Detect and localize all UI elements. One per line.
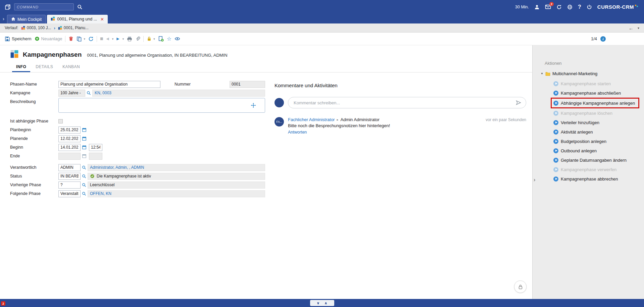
kampagne-lookup-icon[interactable] [87, 91, 91, 95]
verantwortlich-record-link[interactable]: Administrator, Admin, , ADMIN [90, 165, 144, 170]
favorite-star-icon[interactable]: ☆ [167, 36, 171, 42]
new-record-button[interactable]: Neuanlage [35, 36, 62, 41]
collapse-down-icon[interactable]: ∨ [317, 301, 320, 305]
attachment-icon[interactable] [135, 36, 140, 41]
phasen-name-input[interactable] [58, 81, 160, 88]
pager-text: 1/4 [591, 36, 597, 41]
folgende-phase-record-link[interactable]: OFFEN, KN [90, 191, 111, 196]
private-lock-button[interactable] [514, 280, 527, 293]
refresh-rights-icon[interactable] [556, 4, 562, 10]
permissions-lock-icon[interactable]: ▾ [147, 36, 155, 41]
logout-power-icon[interactable] [587, 4, 592, 10]
planbeginn-input[interactable] [58, 126, 81, 134]
next-record-icon[interactable]: ▶ [116, 37, 119, 41]
tab-expander-icon[interactable]: › [3, 16, 4, 21]
comment-reply-link[interactable]: Antworten [288, 130, 526, 135]
action-budgetposition-anlegen[interactable]: Budgetposition anlegen [553, 137, 644, 146]
tab-kanban[interactable]: KANBAN [58, 63, 84, 72]
folgende-phase-input[interactable] [58, 190, 81, 197]
brand-mark-icon [635, 4, 638, 10]
notification-badge[interactable]: 2 [1, 301, 5, 306]
beginn-input[interactable] [58, 144, 81, 151]
history-item-kampagnenphase[interactable]: 0001, Planu... [58, 25, 89, 30]
ende-input[interactable] [58, 153, 81, 160]
beschreibung-textarea[interactable] [58, 98, 265, 113]
print-button[interactable] [127, 36, 132, 42]
folder-icon [545, 71, 550, 76]
reload-button[interactable] [88, 36, 94, 42]
previous-dropdown-icon[interactable]: ▾ [112, 37, 114, 41]
vorherige-phase-input[interactable] [58, 182, 81, 189]
current-user-avatar [275, 98, 284, 107]
tab-details[interactable]: DETAILS [32, 63, 57, 72]
vorherige-phase-value-strip: Leerschlüssel [88, 182, 265, 189]
vorherige-phase-lookup-icon[interactable] [82, 183, 86, 187]
status-input[interactable] [58, 173, 81, 180]
list-menu-icon[interactable]: ≡ [100, 36, 103, 42]
expand-move-icon[interactable] [251, 103, 256, 109]
history-item-kampagne[interactable]: 0003, 100 J... [21, 25, 51, 30]
action-kampagnenphase-abbrechen[interactable]: Kampagnenphase abbrechen [553, 174, 644, 184]
ende-time-input[interactable] [89, 153, 102, 160]
kampagne-record-link[interactable]: KN, 0003 [95, 91, 111, 95]
beginn-time-input[interactable] [89, 144, 102, 151]
form-row-planende: Planende [10, 135, 265, 142]
next-dropdown-icon[interactable]: ▾ [122, 37, 124, 41]
action-verteiler-hinzufuegen[interactable]: Verteiler hinzufügen [553, 118, 644, 127]
actions-group-multichannel-marketing[interactable]: ▼ Multichannel-Marketing [541, 71, 644, 76]
nummer-input[interactable] [230, 81, 265, 88]
kampagne-input[interactable] [58, 90, 85, 97]
sidebar-collapse-icon[interactable]: › [534, 177, 535, 183]
mail-icon[interactable]: 2 [545, 4, 551, 9]
beginn-calendar-icon[interactable] [82, 145, 87, 150]
save-button[interactable]: Speichern [5, 36, 32, 42]
save-label: Speichern [12, 36, 32, 41]
session-timer: 30 Min. [515, 5, 529, 9]
copy-dropdown-icon[interactable]: ▾ [84, 37, 85, 41]
actions-title: Aktionen [545, 61, 644, 66]
tab-mein-cockpit[interactable]: Mein Cockpit [7, 15, 46, 23]
comment-author-link[interactable]: Fachlicher Administrator [288, 117, 335, 122]
form-row-vorherige-phase: Vorherige Phase Leerschlüssel [10, 181, 265, 189]
ist-abhaengige-phase-checkbox[interactable] [58, 119, 63, 123]
planbeginn-calendar-icon[interactable] [82, 127, 87, 132]
tab-info[interactable]: INFO [12, 63, 30, 72]
ende-calendar-icon[interactable] [82, 154, 87, 158]
status-lookup-icon[interactable] [82, 174, 86, 178]
history-dropdown-icon[interactable]: ▾ [638, 26, 639, 30]
planende-input[interactable] [58, 135, 81, 142]
action-geplante-datumsangaben-aendern[interactable]: Geplante Datumsangaben ändern [553, 155, 644, 165]
verantwortlich-input[interactable] [58, 164, 81, 171]
help-icon[interactable]: ? [578, 4, 581, 10]
create-linked-record-icon[interactable] [158, 36, 164, 42]
info-icon[interactable]: i [600, 36, 606, 42]
action-aktivitaet-anlegen[interactable]: Aktivität anlegen [553, 127, 644, 137]
previous-record-icon[interactable]: ◀ [106, 37, 109, 41]
permissions-dropdown-icon[interactable]: ▾ [153, 37, 155, 41]
main-panel: Kampagnenphasen 0001, Planung und allgem… [0, 45, 532, 307]
send-comment-icon[interactable] [515, 100, 522, 107]
copy-record-button[interactable]: ▾ [77, 36, 85, 42]
delete-button[interactable] [68, 36, 73, 41]
comments-panel: Kommentare und Aktivitäten FA... Fac [265, 72, 532, 199]
search-icon[interactable] [77, 4, 83, 10]
command-input[interactable] [14, 3, 74, 10]
folgende-phase-lookup-icon[interactable] [82, 192, 86, 196]
toolbar-separator [65, 36, 65, 42]
user-icon[interactable] [534, 4, 540, 10]
window-tab-bar: › Mein Cockpit 0001, Planung und ... ✕ [0, 14, 644, 23]
close-tab-icon[interactable]: ✕ [100, 17, 104, 22]
tab-record-active[interactable]: 0001, Planung und ... ✕ [47, 15, 108, 23]
watch-eye-icon[interactable] [175, 36, 180, 42]
action-kampagnenphase-abschliessen[interactable]: Kampagnenphase abschließen [553, 88, 644, 98]
verantwortlich-lookup-icon[interactable] [82, 165, 86, 170]
action-outbound-anlegen[interactable]: Outbound anlegen [553, 146, 644, 155]
expand-up-icon[interactable]: ∧ [325, 301, 328, 305]
action-abhaengige-kampagnenphase-anlegen[interactable]: Abhängige Kampagnenphase anlegen [551, 98, 639, 108]
history-back-icon[interactable]: ← [629, 25, 634, 31]
globe-icon[interactable] [567, 4, 573, 10]
planende-calendar-icon[interactable] [82, 136, 87, 141]
comment-input[interactable] [288, 97, 526, 108]
brand-logo: CURSOR-CRM [597, 4, 638, 10]
app-cube-icon[interactable] [5, 4, 11, 10]
